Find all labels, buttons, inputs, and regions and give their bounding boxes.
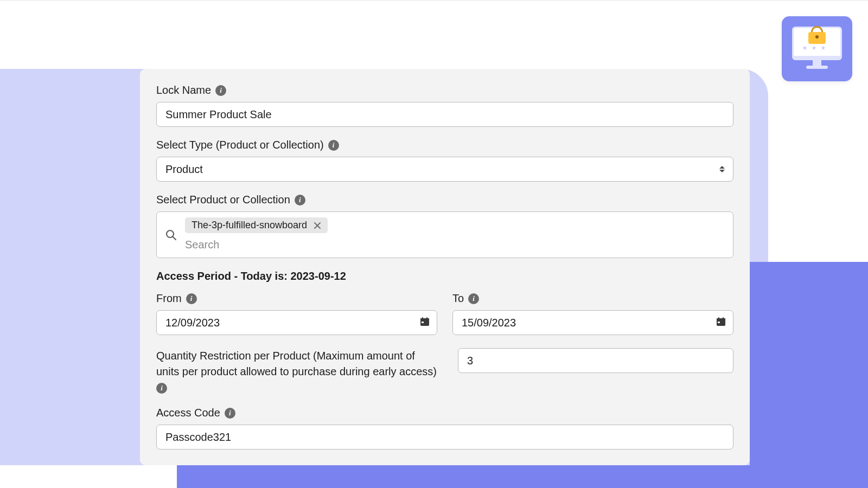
to-col: To i [452,292,733,335]
to-label: To [452,292,464,305]
quantity-label-row: Quantity Restriction per Product (Maximu… [156,348,438,394]
chip-remove-icon[interactable] [312,221,322,230]
from-input-wrap [156,310,437,335]
select-type-dropdown[interactable] [156,157,733,182]
form-card: Lock Name i Select Type (Product or Coll… [140,69,750,465]
lock-name-input[interactable] [156,102,733,127]
svg-rect-13 [718,322,720,323]
field-access-code: Access Code i [156,407,733,450]
info-icon[interactable]: i [328,140,339,151]
quantity-input[interactable] [458,348,733,373]
select-type-wrap [156,157,733,182]
quantity-label: Quantity Restriction per Product (Maximu… [156,348,438,380]
select-item-label: Select Product or Collection [156,194,290,206]
from-date-input[interactable] [156,310,437,335]
svg-rect-5 [420,318,429,320]
info-icon[interactable]: i [225,408,235,419]
field-lock-name: Lock Name i [156,84,733,127]
date-row: From i To i [156,292,733,335]
lock-name-label-row: Lock Name i [156,84,733,97]
svg-rect-10 [717,318,725,320]
chip-label: The-3p-fulfilled-snowboard [192,220,307,231]
product-tagbox[interactable]: The-3p-fulfilled-snowboard [156,211,733,258]
access-code-input[interactable] [156,425,733,450]
selected-product-chip: The-3p-fulfilled-snowboard [185,217,328,233]
info-icon[interactable]: i [468,293,479,304]
to-label-row: To i [452,292,733,305]
svg-rect-8 [422,322,424,323]
access-code-label: Access Code [156,407,220,419]
svg-line-1 [173,237,176,240]
svg-rect-7 [426,317,427,319]
top-divider [0,0,868,1]
product-search-input[interactable] [185,237,725,252]
app-logo-badge: *** [782,16,852,81]
svg-rect-12 [723,317,724,319]
select-type-label-row: Select Type (Product or Collection) i [156,139,733,151]
lock-name-label: Lock Name [156,84,211,97]
access-period-heading: Access Period - Today is: 2023-09-12 [156,270,733,282]
svg-rect-6 [422,317,423,319]
search-icon [164,228,177,243]
to-date-input[interactable] [452,310,733,335]
quantity-row: Quantity Restriction per Product (Maximu… [156,348,733,394]
to-input-wrap [452,310,733,335]
select-type-label: Select Type (Product or Collection) [156,139,324,151]
select-item-label-row: Select Product or Collection i [156,194,733,206]
bg-panel-bottom-left [0,465,177,488]
from-label-row: From i [156,292,437,305]
monitor-lock-icon: *** [792,27,842,71]
field-select-type: Select Type (Product or Collection) i [156,139,733,182]
info-icon[interactable]: i [156,383,167,394]
access-code-label-row: Access Code i [156,407,733,419]
field-select-item: Select Product or Collection i The-3p-fu… [156,194,733,258]
info-icon[interactable]: i [215,85,226,96]
info-icon[interactable]: i [295,195,305,206]
bg-panel-right [750,262,868,488]
info-icon[interactable]: i [186,293,197,304]
svg-rect-11 [718,317,719,319]
from-label: From [156,292,182,305]
calendar-icon[interactable] [420,317,430,329]
bg-panel-bottom [177,465,868,488]
from-col: From i [156,292,437,335]
calendar-icon[interactable] [716,317,726,329]
